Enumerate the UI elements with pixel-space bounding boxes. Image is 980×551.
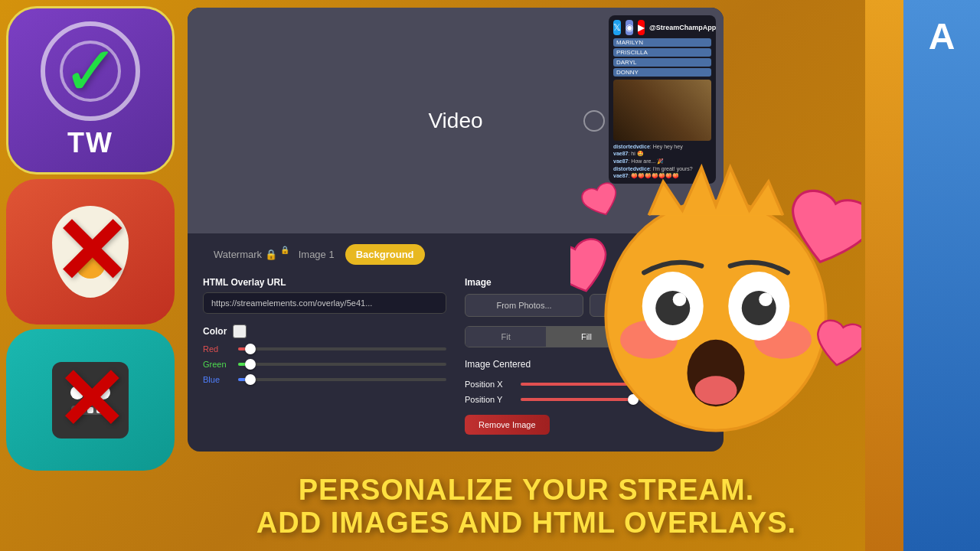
- tab-watermark[interactable]: Watermark 🔒: [203, 244, 288, 265]
- app-icon-egg[interactable]: ✕: [6, 179, 175, 324]
- red-label: Red: [203, 344, 230, 354]
- circle-indicator: [583, 110, 605, 132]
- blue-slider-row: Blue: [203, 375, 446, 384]
- svg-point-8: [759, 293, 773, 307]
- user-row: PRISCILLA: [613, 48, 711, 57]
- bottom-text-line2: ADD IMAGES AND HTML OVERLAYS.: [188, 507, 865, 540]
- green-slider[interactable]: [238, 363, 446, 366]
- blue-label: Blue: [203, 375, 230, 384]
- fit-button[interactable]: Fit: [466, 327, 546, 347]
- red-slider-row: Red: [203, 344, 446, 354]
- position-x-label: Position X: [465, 380, 514, 389]
- green-label: Green: [203, 360, 230, 369]
- bottom-text-line1: PERSONALIZE YOUR STREAM.: [188, 474, 865, 507]
- html-overlay-input[interactable]: [203, 292, 446, 314]
- bottom-text: PERSONALIZE YOUR STREAM. ADD IMAGES AND …: [188, 474, 865, 540]
- discord-icon: ◉: [626, 20, 633, 35]
- red-x-icon: ✕: [52, 206, 129, 298]
- user-row: DONNY: [613, 68, 711, 77]
- robot-red-x-icon: ✕: [55, 351, 126, 449]
- user-row: MARILYN: [613, 38, 711, 47]
- chat-message: distortedvdice: Hey hey hey: [613, 144, 711, 149]
- html-overlay-label: HTML Overlay URL: [203, 277, 446, 288]
- svg-point-7: [673, 293, 687, 307]
- remove-image-button[interactable]: Remove Image: [465, 415, 550, 435]
- checkmark-icon: ✓: [62, 37, 119, 106]
- left-column: HTML Overlay URL Color Red Green: [203, 277, 446, 435]
- youtube-icon: ▶: [638, 20, 645, 35]
- app-icon-robot[interactable]: ✕: [6, 329, 175, 471]
- orange-bar: [865, 0, 903, 551]
- emoji-container: [570, 153, 861, 459]
- tab-image1[interactable]: Image 1: [288, 244, 345, 265]
- image-centered-label: Image Centered: [465, 359, 531, 370]
- blue-slider[interactable]: [238, 378, 446, 381]
- color-swatch[interactable]: [233, 324, 247, 338]
- twitter-icon: 𝕏: [613, 20, 621, 35]
- video-label: Video: [428, 109, 482, 133]
- from-photos-button[interactable]: From Photos...: [465, 294, 583, 317]
- red-slider[interactable]: [238, 347, 446, 350]
- shocked-emoji-svg: [570, 153, 861, 459]
- app-icon-tw[interactable]: ✓ TW: [6, 6, 175, 174]
- svg-point-10: [695, 376, 737, 405]
- right-strip: A: [903, 0, 980, 551]
- checkmark-circle: ✓: [41, 21, 140, 121]
- color-section-label: Color: [203, 324, 446, 338]
- user-row: DARYL: [613, 58, 711, 67]
- social-icons-bar: 𝕏 ◉ ▶ @StreamChampApp: [613, 20, 711, 35]
- egg-container: ✕: [37, 198, 144, 305]
- right-strip-text: A: [929, 15, 956, 57]
- stream-preview-image: [613, 80, 711, 141]
- tab-background[interactable]: Background: [345, 244, 425, 265]
- position-y-label: Position Y: [465, 395, 514, 404]
- green-slider-row: Green: [203, 360, 446, 369]
- tw-label: TW: [67, 127, 113, 159]
- stream-users: MARILYN PRISCILLA DARYL DONNY: [613, 38, 711, 77]
- left-sidebar: ✓ TW ✕: [0, 0, 188, 551]
- stream-handle: @StreamChampApp: [649, 24, 716, 31]
